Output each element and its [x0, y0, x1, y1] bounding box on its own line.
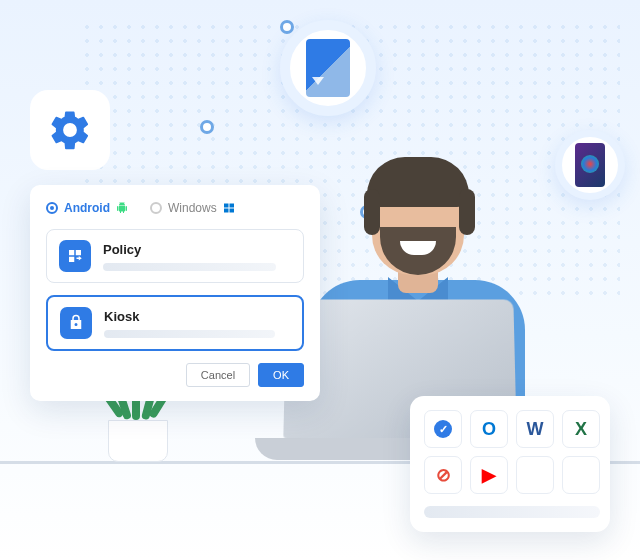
radio-icon — [46, 202, 58, 214]
apps-card: ✓ O W X ⊘ ▶ — [410, 396, 610, 532]
outlook-icon: O — [482, 419, 496, 440]
app-youtube[interactable]: ▶ — [470, 456, 508, 494]
placeholder-bar — [103, 263, 276, 271]
app-outlook[interactable]: O — [470, 410, 508, 448]
android-icon — [116, 202, 128, 214]
map-node — [200, 120, 214, 134]
windows-icon — [223, 202, 235, 214]
kiosk-icon — [60, 307, 92, 339]
placeholder-bar — [104, 330, 275, 338]
app-excel[interactable]: X — [562, 410, 600, 448]
tab-android[interactable]: Android — [46, 201, 128, 215]
svg-rect-0 — [224, 204, 229, 208]
app-blocked[interactable]: ⊘ — [424, 456, 462, 494]
app-grid: ✓ O W X ⊘ ▶ — [424, 410, 596, 518]
phone-device-badge — [555, 130, 625, 200]
excel-icon: X — [575, 419, 587, 440]
app-empty — [562, 456, 600, 494]
tab-label: Windows — [168, 201, 217, 215]
option-kiosk[interactable]: Kiosk — [46, 295, 304, 351]
check-icon: ✓ — [434, 420, 452, 438]
svg-rect-3 — [229, 209, 234, 213]
option-title: Kiosk — [104, 309, 290, 324]
svg-rect-2 — [224, 209, 229, 213]
tab-label: Android — [64, 201, 110, 215]
app-word[interactable]: W — [516, 410, 554, 448]
option-content: Kiosk — [104, 309, 290, 338]
ok-button[interactable]: OK — [258, 363, 304, 387]
radio-icon — [150, 202, 162, 214]
button-row: Cancel OK — [46, 363, 304, 387]
signage-device-badge — [280, 20, 376, 116]
option-title: Policy — [103, 242, 291, 257]
blocked-icon: ⊘ — [436, 464, 451, 486]
app-empty — [516, 456, 554, 494]
option-policy[interactable]: Policy — [46, 229, 304, 283]
gear-icon — [47, 107, 93, 153]
tab-windows[interactable]: Windows — [150, 201, 235, 215]
cancel-button[interactable]: Cancel — [186, 363, 250, 387]
youtube-icon: ▶ — [482, 464, 496, 486]
settings-tile — [30, 90, 110, 170]
word-icon: W — [527, 419, 544, 440]
map-node — [280, 20, 294, 34]
svg-rect-1 — [229, 204, 234, 208]
plant-pot — [108, 420, 168, 462]
placeholder-bar — [424, 506, 600, 518]
app-allowed-check[interactable]: ✓ — [424, 410, 462, 448]
kiosk-signage-icon — [306, 39, 350, 97]
os-tab-row: Android Windows — [46, 201, 304, 215]
option-content: Policy — [103, 242, 291, 271]
phone-icon — [575, 143, 605, 187]
profile-form-card: Android Windows Policy Kiosk Cancel OK — [30, 185, 320, 401]
policy-icon — [59, 240, 91, 272]
